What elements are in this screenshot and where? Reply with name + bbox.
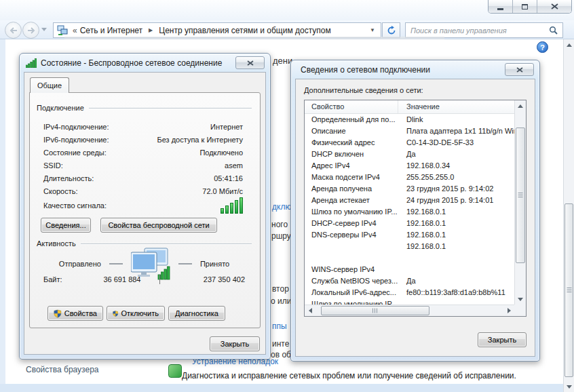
tab-page: Подключение IPv4-подключение: Интернет I…: [29, 92, 261, 328]
close-dialog-button[interactable]: Закрыть: [210, 336, 260, 351]
wireless-signal-icon: [26, 58, 37, 68]
value-cell: 192.168.0.1: [398, 206, 514, 218]
window-left-frame: [0, 39, 5, 392]
dialog-close-button[interactable]: [235, 56, 265, 69]
wireless-status-dialog: Состояние - Беспроводное сетевое соедине…: [19, 53, 271, 359]
connection-info-value: 72.0 Мбит/с: [78, 187, 243, 195]
connection-info-row: SSID: asem: [37, 159, 243, 172]
property-cell: Локальный IPv6-адрес...: [305, 287, 398, 298]
table-row[interactable]: Служба NetBIOS через... Да: [305, 275, 514, 287]
table-row[interactable]: WINS-сервер IPv4: [305, 264, 514, 275]
close-button[interactable]: [537, 0, 571, 13]
table-row[interactable]: Физический адрес C0-14-3D-DE-5F-33: [305, 137, 514, 149]
property-cell: [305, 252, 398, 264]
value-cell: 192.168.0.34: [398, 160, 514, 172]
recent-pages-dropdown-icon[interactable]: [41, 28, 47, 31]
search-input[interactable]: [406, 26, 549, 35]
browser-properties-link[interactable]: Свойства браузера: [26, 365, 99, 374]
details-button[interactable]: Сведения...: [41, 218, 91, 233]
value-cell: 192.168.0.1: [398, 241, 514, 252]
uac-shield-icon: [113, 309, 118, 318]
background-text-fragment: о или: [271, 296, 291, 306]
table-row[interactable]: DHCP-сервер IPv4 192.168.0.1: [305, 218, 514, 229]
value-cell: fe80::b119:3af8:d1a9:b8b%11: [398, 287, 514, 298]
scrollbar-thumb[interactable]: [321, 306, 429, 315]
window-titlebar: [0, 0, 574, 20]
property-cell: Аренда получена: [305, 183, 398, 195]
table-row[interactable]: Локальный IPv6-адрес... fe80::b119:3af8:…: [305, 287, 514, 298]
table-row[interactable]: [305, 252, 514, 264]
minimize-button[interactable]: [489, 0, 513, 13]
help-icon[interactable]: ?: [537, 41, 548, 53]
dialog-titlebar: Сведения о сетевом подключении: [291, 60, 503, 79]
scrollbar-thumb[interactable]: [516, 128, 525, 263]
diagnostics-description: Диагностика и исправление сетевых пробле…: [182, 371, 516, 380]
breadcrumb-current-page[interactable]: Центр управления сетями и общим доступом: [157, 26, 332, 35]
tab-general[interactable]: Общие: [30, 77, 69, 93]
connection-info-list: IPv4-подключение: Интернет IPv6-подключе…: [37, 120, 243, 197]
table-row[interactable]: Шлюз по умолчанию IP...: [305, 298, 514, 305]
dialog-titlebar: Состояние - Беспроводное сетевое соедине…: [20, 54, 233, 72]
table-row[interactable]: DNS-серверы IPv4 192.168.0.1: [305, 229, 514, 241]
list-vertical-scrollbar[interactable]: [514, 100, 526, 305]
disable-button[interactable]: Отключить: [107, 306, 165, 321]
window-scrollbar[interactable]: [563, 39, 574, 392]
network-sharing-center-window: « Сеть и Интернет ▶ Центр управления сет…: [0, 0, 574, 392]
connection-info-row: Длительность: 05:41:16: [37, 172, 243, 184]
properties-button[interactable]: Свойства: [47, 306, 103, 321]
details-subtitle: Дополнительные сведения о сети:: [304, 86, 423, 94]
table-row[interactable]: Определенный для по... Dlink: [305, 114, 514, 125]
connection-info-row: IPv4-подключение: Интернет: [37, 120, 243, 133]
wireless-properties-button[interactable]: Свойства беспроводной сети: [100, 218, 217, 233]
scrollbar-grip: [372, 309, 378, 313]
table-row[interactable]: Описание Плата адаптера 1x1 11b/g/n Wire…: [305, 125, 514, 137]
background-text-fragment: ного: [271, 220, 288, 229]
breadcrumb-section[interactable]: Сеть и Интернет: [79, 26, 144, 35]
forward-button[interactable]: [22, 22, 39, 39]
value-cell: Плата адаптера 1x1 11b/g/n Wireless: [398, 125, 514, 137]
list-horizontal-scrollbar[interactable]: [305, 305, 514, 316]
window-caption-buttons: [488, 0, 572, 14]
bytes-row: Байт: 36 691 884 237 350 402: [37, 275, 252, 284]
dialog-close-button[interactable]: [505, 63, 534, 76]
column-value[interactable]: Значение: [398, 100, 440, 113]
group-label: Подключение: [37, 104, 84, 112]
address-dropdown-icon[interactable]: ▼: [370, 27, 381, 33]
background-text-fragment: ршру: [271, 231, 291, 241]
maximize-button[interactable]: [513, 0, 537, 13]
scroll-down-icon[interactable]: [515, 294, 526, 305]
breadcrumb-overflow-chevron[interactable]: «: [73, 26, 77, 35]
close-dialog-button[interactable]: Закрыть: [478, 332, 527, 347]
uac-shield-icon: [54, 309, 62, 318]
close-icon: [516, 67, 523, 73]
table-row[interactable]: DHCP включен Да: [305, 149, 514, 160]
back-button[interactable]: [5, 22, 22, 39]
property-cell: DNS-серверы IPv4: [305, 229, 398, 241]
diagnose-button[interactable]: Диагностика: [168, 306, 225, 321]
scroll-down-icon[interactable]: [564, 381, 574, 392]
scrollbar-thumb[interactable]: [565, 203, 573, 377]
table-row[interactable]: Аренда получена 23 грудня 2015 р. 9:14:0…: [305, 183, 514, 195]
table-row[interactable]: Аренда истекает 24 грудня 2015 р. 9:14:0…: [305, 195, 514, 206]
refresh-button[interactable]: [382, 22, 400, 38]
column-property[interactable]: Свойство: [305, 100, 398, 113]
property-cell: WINS-сервер IPv4: [305, 264, 398, 275]
scroll-left-icon[interactable]: [305, 305, 315, 316]
button-label: Свойства: [64, 309, 97, 317]
table-row[interactable]: Адрес IPv4 192.168.0.34: [305, 160, 514, 172]
connection-info-label: SSID:: [37, 161, 63, 170]
property-cell: Маска подсети IPv4: [305, 172, 398, 183]
minimize-icon: [497, 8, 503, 10]
scroll-up-icon[interactable]: [564, 39, 574, 50]
dash-line: [109, 263, 123, 264]
button-label: Отключить: [121, 309, 159, 317]
value-cell: 192.168.0.1: [398, 229, 514, 241]
troubleshoot-icon: [168, 364, 182, 378]
table-row[interactable]: Маска подсети IPv4 255.255.255.0: [305, 172, 514, 183]
table-row[interactable]: 192.168.0.1: [305, 241, 514, 252]
address-bar[interactable]: « Сеть и Интернет ▶ Центр управления сет…: [53, 22, 381, 38]
scroll-up-icon[interactable]: [515, 100, 526, 111]
group-divider: [89, 108, 252, 109]
scroll-right-icon[interactable]: [503, 305, 514, 316]
table-row[interactable]: Шлюз по умолчанию IP... 192.168.0.1: [305, 206, 514, 218]
